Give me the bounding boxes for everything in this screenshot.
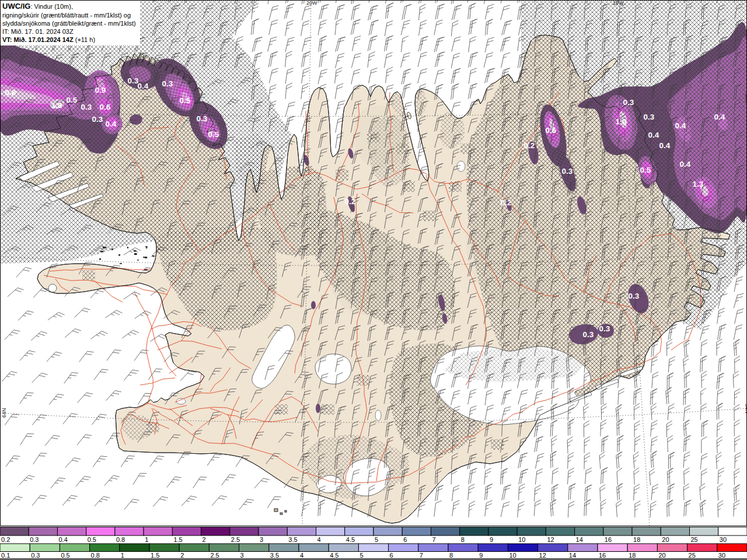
svg-text:0.5: 0.5 (640, 166, 651, 174)
svg-text:2.5: 2.5 (231, 536, 240, 543)
svg-text:1.0: 1.0 (616, 117, 627, 126)
svg-text:18: 18 (633, 536, 640, 543)
svg-text:1.8: 1.8 (51, 101, 62, 110)
svg-text:1: 1 (121, 552, 124, 559)
svg-text:0.4: 0.4 (59, 536, 68, 543)
svg-text:0.2: 0.2 (524, 141, 535, 150)
svg-text:30: 30 (720, 536, 727, 543)
svg-text:0.2: 0.2 (345, 197, 356, 206)
svg-text:0.2: 0.2 (1, 536, 10, 543)
svg-text:0.4: 0.4 (659, 141, 671, 150)
svg-text:1: 1 (145, 536, 148, 543)
svg-text:0.3: 0.3 (599, 324, 610, 333)
svg-text:0.8: 0.8 (116, 536, 125, 543)
svg-text:7: 7 (420, 552, 423, 559)
svg-text:0.3: 0.3 (31, 552, 40, 559)
svg-text:14: 14 (569, 552, 576, 559)
svg-text:0.3: 0.3 (162, 79, 173, 88)
svg-text:16: 16 (605, 536, 612, 543)
svg-text:8: 8 (461, 536, 465, 543)
svg-text:rigning/skúrir (grænt/blátt/ra: rigning/skúrir (grænt/blátt/rautt - mm/1… (2, 12, 131, 19)
svg-text:14: 14 (576, 536, 583, 543)
svg-text:4.5: 4.5 (330, 552, 338, 559)
svg-text:4: 4 (317, 536, 321, 543)
svg-text:18: 18 (629, 552, 636, 559)
svg-text:9: 9 (479, 552, 483, 559)
svg-text:3: 3 (240, 552, 244, 559)
svg-text:0.4: 0.4 (648, 131, 659, 139)
svg-text:20: 20 (662, 536, 669, 543)
svg-text:0.5: 0.5 (67, 96, 78, 104)
svg-text:6: 6 (390, 552, 393, 559)
svg-text:6: 6 (403, 536, 407, 543)
svg-text:0.3: 0.3 (583, 330, 594, 339)
svg-text:1.5: 1.5 (173, 536, 182, 543)
svg-text:12: 12 (547, 536, 554, 543)
svg-text:3.5: 3.5 (270, 552, 279, 559)
svg-text:0.3: 0.3 (562, 167, 573, 176)
svg-text:0.3: 0.3 (30, 536, 39, 543)
svg-text:0.3: 0.3 (623, 98, 634, 107)
svg-text:0.4: 0.4 (106, 120, 117, 128)
svg-text:0.3: 0.3 (81, 103, 92, 111)
svg-text:0.2: 0.2 (501, 198, 512, 207)
svg-text:VT: Mið. 17.01.2024 14Z (+11 h: VT: Mið. 17.01.2024 14Z (+11 h) (2, 36, 95, 43)
svg-text:0.3: 0.3 (629, 292, 640, 300)
svg-text:0.1: 0.1 (1, 552, 10, 559)
svg-text:UWC/IG: Vindur (10m),: UWC/IG: Vindur (10m), (2, 2, 73, 10)
svg-text:7: 7 (432, 536, 436, 543)
svg-text:0.5: 0.5 (88, 536, 96, 543)
svg-text:0.8: 0.8 (91, 552, 100, 559)
svg-text:1.5: 1.5 (151, 552, 159, 559)
svg-text:3.5: 3.5 (288, 536, 297, 543)
svg-text:0.4: 0.4 (675, 121, 686, 130)
svg-text:0.5: 0.5 (208, 130, 219, 139)
svg-text:0.4: 0.4 (714, 113, 725, 121)
svg-text:0.4: 0.4 (138, 82, 149, 90)
svg-text:0.6: 0.6 (100, 103, 111, 111)
svg-text:0.4: 0.4 (680, 160, 691, 169)
svg-text:0.5: 0.5 (546, 126, 557, 135)
svg-text:0.5: 0.5 (180, 96, 191, 105)
svg-text:8: 8 (449, 552, 453, 559)
svg-text:4.5: 4.5 (346, 536, 355, 543)
svg-text:0.3: 0.3 (644, 113, 655, 121)
svg-text:1.3: 1.3 (693, 180, 704, 188)
svg-text:3: 3 (260, 536, 263, 543)
svg-text:20: 20 (658, 552, 665, 559)
svg-text:5: 5 (375, 536, 378, 543)
svg-text:5: 5 (359, 552, 363, 559)
svg-text:12: 12 (539, 552, 546, 559)
svg-text:0.8: 0.8 (5, 88, 16, 97)
svg-text:64N: 64N (1, 408, 7, 418)
svg-text:2: 2 (203, 536, 206, 543)
svg-text:IT: Mið. 17. 01. 2024 03Z: IT: Mið. 17. 01. 2024 03Z (2, 28, 74, 35)
svg-text:9: 9 (490, 536, 493, 543)
svg-text:10: 10 (518, 536, 525, 543)
svg-text:10: 10 (509, 552, 516, 559)
svg-text:slydda/snjókoma (grátt/bleikt/: slydda/snjókoma (grátt/bleikt/grænt - mm… (2, 20, 136, 27)
svg-text:2.5: 2.5 (210, 552, 219, 559)
svg-text:25: 25 (691, 536, 698, 543)
svg-text:0.9: 0.9 (95, 86, 106, 94)
svg-text:0.3: 0.3 (92, 115, 103, 124)
svg-text:20W: 20W (306, 0, 317, 6)
svg-text:2: 2 (180, 552, 184, 559)
svg-text:4: 4 (300, 552, 303, 559)
svg-text:15W: 15W (613, 0, 624, 6)
svg-text:25: 25 (689, 552, 696, 559)
svg-text:16: 16 (599, 552, 606, 559)
svg-text:30: 30 (718, 552, 725, 559)
svg-text:0.5: 0.5 (61, 552, 69, 559)
svg-text:0.3: 0.3 (197, 114, 208, 123)
